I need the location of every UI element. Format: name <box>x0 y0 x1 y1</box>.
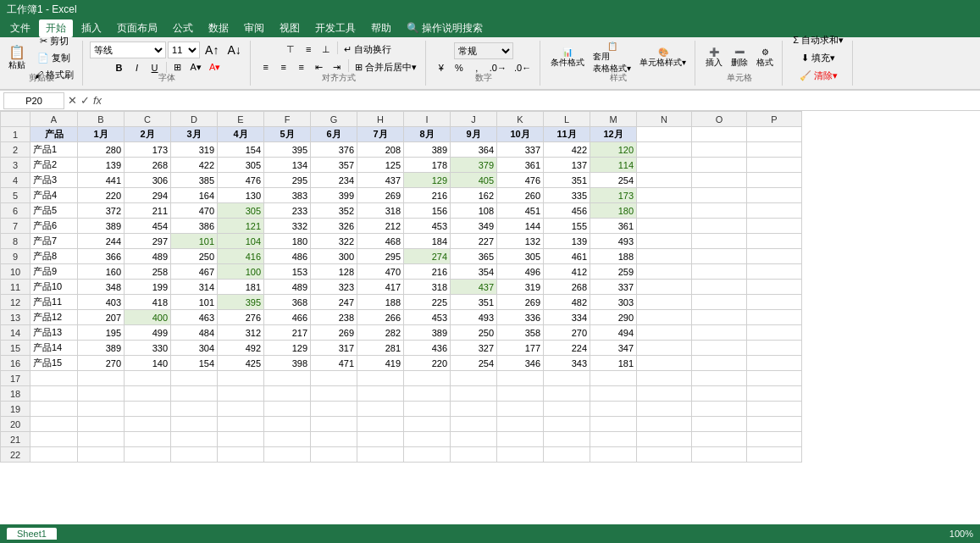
data-cell-r10-c9[interactable]: 354 <box>451 264 497 280</box>
data-cell-r7-c5[interactable]: 332 <box>264 219 311 234</box>
data-cell-r4-c6[interactable]: 234 <box>311 173 357 188</box>
empty-cell[interactable] <box>692 341 747 356</box>
data-cell-r9-c3[interactable]: 250 <box>171 249 218 264</box>
empty-cell[interactable] <box>404 447 451 463</box>
row-header-12[interactable]: 12 <box>1 295 30 310</box>
data-cell-r11-c4[interactable]: 181 <box>218 280 264 295</box>
data-cell-r9-c6[interactable]: 300 <box>311 249 357 264</box>
data-cell-r4-c9[interactable]: 405 <box>451 173 497 188</box>
empty-cell[interactable] <box>692 264 747 280</box>
empty-cell[interactable] <box>637 188 692 203</box>
empty-cell[interactable] <box>637 402 692 417</box>
data-cell-r13-c9[interactable]: 493 <box>451 310 497 325</box>
data-cell-r10-c10[interactable]: 496 <box>497 264 544 280</box>
col-header-K[interactable]: K <box>497 112 544 127</box>
menu-search[interactable]: 🔍 操作说明搜索 <box>400 19 490 37</box>
empty-cell[interactable] <box>692 310 747 325</box>
data-cell-r9-c8[interactable]: 274 <box>404 249 451 264</box>
data-cell-r15-c6[interactable]: 317 <box>311 341 357 356</box>
empty-cell[interactable] <box>125 386 171 402</box>
empty-cell[interactable] <box>637 280 692 295</box>
data-cell-r10-c8[interactable]: 216 <box>404 264 451 280</box>
empty-cell[interactable] <box>404 417 451 432</box>
menu-formula[interactable]: 公式 <box>166 19 200 37</box>
data-cell-r2-c7[interactable]: 208 <box>357 142 404 158</box>
empty-cell[interactable] <box>264 386 311 402</box>
empty-cell[interactable] <box>30 386 78 402</box>
menu-help[interactable]: 帮助 <box>364 19 398 37</box>
empty-cell[interactable] <box>311 402 357 417</box>
data-cell-r4-c0[interactable]: 产品3 <box>30 173 78 188</box>
row-header-22[interactable]: 22 <box>1 447 30 463</box>
data-cell-r8-c7[interactable]: 468 <box>357 234 404 249</box>
data-cell-r4-c11[interactable]: 351 <box>544 173 590 188</box>
data-cell-r11-c11[interactable]: 268 <box>544 280 590 295</box>
copy-button[interactable]: 📄 复制 <box>30 50 77 66</box>
data-cell-r16-c2[interactable]: 140 <box>125 356 171 371</box>
data-cell-r13-c7[interactable]: 266 <box>357 310 404 325</box>
data-cell-r12-c8[interactable]: 225 <box>404 295 451 310</box>
col-header-G[interactable]: G <box>311 112 357 127</box>
decrease-font-button[interactable]: A↓ <box>224 42 244 58</box>
data-cell-r16-c6[interactable]: 471 <box>311 356 357 371</box>
empty-cell[interactable] <box>171 432 218 447</box>
data-cell-r10-c6[interactable]: 128 <box>311 264 357 280</box>
empty-cell[interactable] <box>171 417 218 432</box>
data-cell-r6-c5[interactable]: 233 <box>264 203 311 219</box>
row-header-17[interactable]: 17 <box>1 371 30 386</box>
data-cell-r8-c8[interactable]: 184 <box>404 234 451 249</box>
data-cell-r5-c12[interactable]: 173 <box>590 188 637 203</box>
data-cell-r16-c4[interactable]: 425 <box>218 356 264 371</box>
data-cell-r6-c8[interactable]: 156 <box>404 203 451 219</box>
data-cell-r8-c9[interactable]: 227 <box>451 234 497 249</box>
empty-cell[interactable] <box>218 417 264 432</box>
empty-cell[interactable] <box>747 447 802 463</box>
empty-cell[interactable] <box>692 417 747 432</box>
empty-cell[interactable] <box>692 371 747 386</box>
data-cell-r8-c4[interactable]: 104 <box>218 234 264 249</box>
cancel-formula-icon[interactable]: ✕ <box>68 94 77 107</box>
data-cell-r5-c3[interactable]: 164 <box>171 188 218 203</box>
empty-cell[interactable] <box>171 447 218 463</box>
data-cell-r8-c3[interactable]: 101 <box>171 234 218 249</box>
data-cell-r14-c9[interactable]: 250 <box>451 325 497 341</box>
header-cell-10[interactable]: 10月 <box>497 127 544 142</box>
insert-function-icon[interactable]: fx <box>93 94 102 107</box>
empty-cell[interactable] <box>590 386 637 402</box>
empty-cell[interactable] <box>78 402 125 417</box>
data-cell-r12-c5[interactable]: 368 <box>264 295 311 310</box>
header-cell-6[interactable]: 6月 <box>311 127 357 142</box>
data-cell-r3-c3[interactable]: 422 <box>171 158 218 173</box>
data-cell-r3-c6[interactable]: 357 <box>311 158 357 173</box>
data-cell-r3-c0[interactable]: 产品2 <box>30 158 78 173</box>
empty-cell[interactable] <box>692 203 747 219</box>
empty-cell[interactable] <box>311 447 357 463</box>
empty-cell[interactable] <box>692 188 747 203</box>
data-cell-r11-c0[interactable]: 产品10 <box>30 280 78 295</box>
empty-cell[interactable] <box>171 386 218 402</box>
cell-styles-button[interactable]: 🎨 单元格样式▾ <box>636 46 689 70</box>
empty-cell[interactable] <box>747 280 802 295</box>
data-cell-r3-c9[interactable]: 379 <box>451 158 497 173</box>
data-cell-r16-c8[interactable]: 220 <box>404 356 451 371</box>
data-cell-r11-c8[interactable]: 318 <box>404 280 451 295</box>
row-header-7[interactable]: 7 <box>1 219 30 234</box>
row-header-13[interactable]: 13 <box>1 310 30 325</box>
data-cell-r2-c4[interactable]: 154 <box>218 142 264 158</box>
row-header-3[interactable]: 3 <box>1 158 30 173</box>
data-cell-r5-c0[interactable]: 产品4 <box>30 188 78 203</box>
data-cell-r12-c2[interactable]: 418 <box>125 295 171 310</box>
row-header-1[interactable]: 1 <box>1 127 30 142</box>
empty-cell[interactable] <box>30 417 78 432</box>
empty-cell[interactable] <box>218 432 264 447</box>
data-cell-r14-c0[interactable]: 产品13 <box>30 325 78 341</box>
data-cell-r15-c1[interactable]: 389 <box>78 341 125 356</box>
data-cell-r15-c0[interactable]: 产品14 <box>30 341 78 356</box>
data-cell-r2-c6[interactable]: 376 <box>311 142 357 158</box>
data-cell-r11-c1[interactable]: 348 <box>78 280 125 295</box>
data-cell-r11-c7[interactable]: 417 <box>357 280 404 295</box>
empty-cell[interactable] <box>692 173 747 188</box>
empty-cell[interactable] <box>125 417 171 432</box>
data-cell-r13-c4[interactable]: 276 <box>218 310 264 325</box>
data-cell-r7-c3[interactable]: 386 <box>171 219 218 234</box>
